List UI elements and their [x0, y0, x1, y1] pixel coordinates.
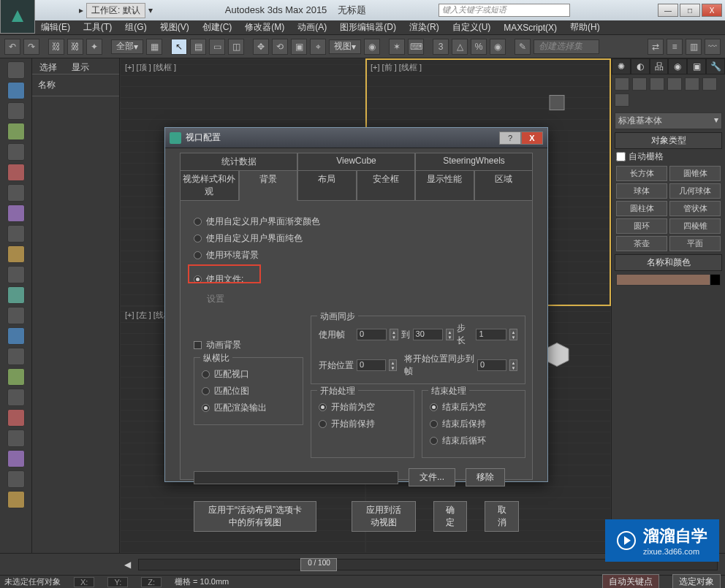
coord-x[interactable]: X: [74, 577, 94, 587]
autokey-button[interactable]: 自动关键点 [602, 574, 659, 588]
anim-bg-checkbox[interactable] [194, 341, 202, 349]
btn-geosphere[interactable]: 几何球体 [669, 183, 721, 199]
curve-editor-button[interactable]: 〰 [705, 39, 721, 55]
ok-button[interactable]: 确定 [433, 501, 468, 532]
spin-step[interactable]: 1 [476, 329, 506, 340]
lt-icon-9[interactable] [7, 225, 25, 243]
named-sel-icon[interactable]: ✎ [515, 39, 531, 55]
radio-end-loop[interactable] [430, 437, 438, 445]
radio-end-blank[interactable] [430, 403, 438, 411]
spinner-snap[interactable]: ◉ [490, 39, 506, 55]
menu-help[interactable]: 帮助(H) [570, 21, 600, 34]
pivot-button[interactable]: ◉ [364, 39, 380, 55]
lt-icon-4[interactable] [7, 123, 25, 140]
layers-button[interactable]: ▥ [686, 39, 702, 55]
cmd-tab-motion[interactable]: ◉ [668, 58, 687, 75]
menu-grapheditors[interactable]: 图形编辑器(D) [340, 21, 396, 34]
background-file-field[interactable] [194, 471, 398, 484]
file-remove-button[interactable]: 移除 [466, 468, 505, 486]
select-name-button[interactable]: ▤ [190, 39, 206, 55]
menu-maxscript[interactable]: MAXScript(X) [504, 23, 557, 33]
close-button[interactable]: X [702, 4, 722, 17]
lt-icon-17[interactable] [7, 389, 25, 406]
coord-z[interactable]: Z: [141, 577, 162, 587]
radio-start-blank[interactable] [319, 403, 327, 411]
geometry-type-dropdown[interactable]: 标准基本体▾ [615, 112, 722, 129]
lt-icon-13[interactable] [7, 307, 25, 324]
bind-button[interactable]: ✦ [86, 39, 102, 55]
spin-start-pos[interactable]: 0 [357, 359, 386, 371]
menu-edit[interactable]: 编辑(E) [41, 21, 70, 34]
keymode-button[interactable]: ⌨ [408, 39, 424, 55]
object-color-swatch[interactable] [616, 274, 721, 286]
radio-start-hold[interactable] [319, 420, 327, 428]
lt-icon-22[interactable] [7, 491, 25, 508]
menu-tools[interactable]: 工具(T) [83, 21, 112, 34]
cmd-tab-display[interactable]: ▣ [687, 58, 706, 75]
spin-to[interactable]: 30 [413, 329, 443, 340]
btn-box[interactable]: 长方体 [616, 166, 667, 181]
lt-icon-11[interactable] [7, 266, 25, 283]
lt-icon-19[interactable] [7, 429, 25, 447]
scene-tab-display[interactable]: 显示 [72, 61, 89, 71]
selection-filter[interactable]: 全部 ▾ [111, 39, 143, 54]
cancel-button[interactable]: 取消 [485, 501, 519, 532]
minimize-button[interactable]: — [658, 4, 678, 17]
spinner-arrows[interactable]: ▲▼ [390, 329, 398, 340]
menu-views[interactable]: 视图(V) [160, 21, 189, 34]
btn-sphere[interactable]: 球体 [616, 183, 667, 199]
tab-regions[interactable]: 区域 [474, 170, 534, 201]
radio-env[interactable] [194, 251, 202, 259]
lt-icon-15[interactable] [7, 348, 25, 365]
snap-toggle[interactable]: 3 [433, 39, 449, 55]
lt-icon-16[interactable] [7, 368, 25, 386]
tab-background[interactable]: 背景 [239, 170, 298, 201]
create-shapes-icon[interactable] [632, 77, 647, 91]
menu-customize[interactable]: 自定义(U) [452, 21, 491, 34]
move-button[interactable]: ✥ [253, 39, 269, 55]
color-picker-icon[interactable] [710, 275, 720, 285]
btn-pyramid[interactable]: 四棱锥 [669, 218, 721, 234]
refcoord-dropdown[interactable]: 视图 ▾ [329, 39, 361, 54]
lt-icon-3[interactable] [7, 102, 25, 120]
mirror-button[interactable]: ⇄ [648, 39, 664, 55]
lt-icon-2[interactable] [7, 82, 25, 99]
lt-icon-12[interactable] [7, 286, 25, 304]
viewcube-front-icon[interactable] [544, 89, 570, 118]
menu-rendering[interactable]: 渲染(R) [409, 21, 439, 34]
create-systems-icon[interactable] [615, 93, 629, 107]
cmd-tab-utilities[interactable]: 🔧 [706, 58, 725, 75]
cmd-tab-modify[interactable]: ◐ [631, 58, 650, 75]
create-helpers-icon[interactable] [685, 77, 699, 91]
spin-use-frame[interactable]: 0 [357, 329, 387, 340]
lt-icon-7[interactable] [7, 184, 25, 202]
angle-snap[interactable]: △ [452, 39, 468, 55]
create-geometry-icon[interactable] [615, 77, 629, 91]
spinner-arrows[interactable]: ▲▼ [389, 359, 397, 371]
menu-create[interactable]: 创建(C) [202, 21, 232, 34]
named-selection-sets[interactable]: 创建选择集 [534, 39, 599, 54]
tab-displayperf[interactable]: 显示性能 [415, 170, 474, 201]
link-button[interactable]: ⛓ [48, 39, 64, 55]
spin-sync-frame[interactable]: 0 [477, 359, 506, 371]
spinner-arrows[interactable]: ▲▼ [509, 329, 517, 340]
lt-icon-8[interactable] [7, 205, 25, 222]
manip-button[interactable]: ✶ [389, 39, 405, 55]
tab-steeringwheels[interactable]: SteeringWheels [415, 153, 533, 171]
create-cameras-icon[interactable] [667, 77, 682, 91]
time-slider-knob[interactable]: 0 / 100 [300, 558, 337, 571]
rotate-button[interactable]: ⟲ [272, 39, 288, 55]
tab-statistics[interactable]: 统计数据 [180, 153, 297, 171]
radio-file[interactable] [194, 275, 202, 283]
btn-teapot[interactable]: 茶壶 [616, 236, 667, 251]
dialog-titlebar[interactable]: 视口配置 ? X [165, 128, 547, 148]
vp-front-label[interactable]: [+] [前 ] [线框 ] [371, 62, 422, 73]
workspace-selector[interactable]: 工作区: 默认 [86, 3, 145, 18]
tab-viewcube[interactable]: ViewCube [297, 153, 415, 171]
btn-tube[interactable]: 管状体 [669, 201, 721, 216]
radio-match-render[interactable] [202, 404, 210, 412]
tab-layout[interactable]: 布局 [297, 170, 357, 201]
tab-safeframes[interactable]: 安全框 [357, 170, 416, 201]
align-button[interactable]: ≡ [667, 39, 683, 55]
apply-active-button[interactable]: 应用到活动视图 [352, 501, 416, 532]
